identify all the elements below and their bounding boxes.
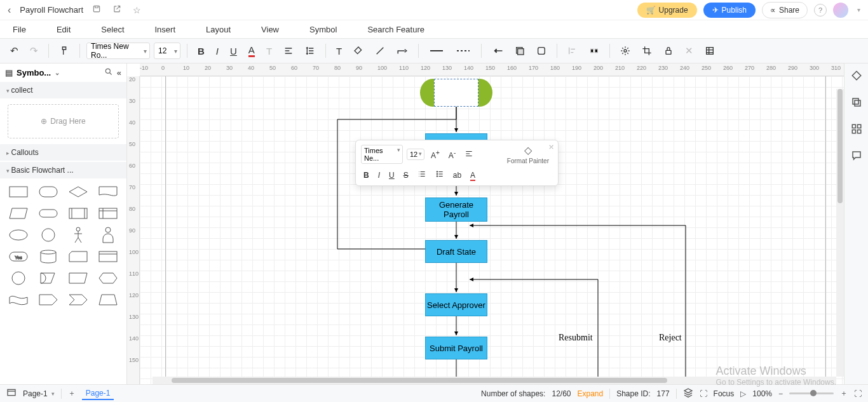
align-left-button[interactable] bbox=[564, 43, 581, 58]
shape-circle2[interactable] bbox=[5, 269, 31, 287]
line-weight-button[interactable] bbox=[425, 45, 448, 57]
menu-edit[interactable]: Edit bbox=[57, 25, 71, 34]
shape-trapezoid2[interactable] bbox=[95, 291, 121, 309]
menu-select[interactable]: Select bbox=[101, 25, 124, 34]
font-family-select[interactable]: Times New Ro... bbox=[86, 43, 150, 59]
text-case-button[interactable]: T bbox=[262, 43, 276, 59]
outline-icon[interactable] bbox=[6, 387, 17, 399]
star-icon[interactable]: ☆ bbox=[130, 5, 144, 15]
ctx-bold-icon[interactable]: B bbox=[361, 170, 372, 181]
page-area[interactable]: Generate Payroll Draft State Select Appr… bbox=[165, 76, 826, 384]
scrollbar-thumb[interactable] bbox=[837, 89, 843, 203]
expand-link[interactable]: Expand bbox=[577, 389, 603, 398]
collapse-panel-icon[interactable]: « bbox=[117, 68, 121, 77]
menu-search-feature[interactable]: Search Feature bbox=[367, 25, 424, 34]
shape-chevron[interactable] bbox=[65, 291, 92, 309]
ctx-bullet-list-icon[interactable] bbox=[433, 168, 447, 182]
properties-icon[interactable] bbox=[851, 70, 862, 84]
ctx-underline-icon[interactable]: U bbox=[386, 170, 397, 181]
ctx-strike-icon[interactable]: S bbox=[401, 170, 411, 181]
play-icon[interactable]: ▷ bbox=[740, 389, 746, 398]
open-external-icon[interactable] bbox=[110, 4, 124, 15]
fill-color-button[interactable] bbox=[349, 43, 367, 58]
shape-stadium[interactable] bbox=[35, 204, 61, 222]
upgrade-button[interactable]: 🛒 Upgrade bbox=[637, 3, 697, 18]
shape-rectangle[interactable] bbox=[5, 183, 31, 201]
components-icon[interactable] bbox=[851, 123, 862, 137]
align-button[interactable] bbox=[280, 43, 297, 58]
label-reject[interactable]: Reject bbox=[659, 333, 682, 343]
menu-insert[interactable]: Insert bbox=[155, 25, 176, 34]
shape-actor[interactable] bbox=[65, 226, 92, 244]
focus-target-icon[interactable]: ⛶ bbox=[700, 389, 707, 398]
save-icon[interactable] bbox=[90, 4, 104, 15]
ctx-increase-font-icon[interactable]: A+ bbox=[428, 148, 442, 161]
category-collect[interactable]: collect bbox=[0, 82, 126, 98]
zoom-out-icon[interactable]: − bbox=[778, 389, 783, 398]
shape-pentagon[interactable] bbox=[35, 291, 61, 309]
ctx-size-select[interactable]: 12 bbox=[407, 149, 424, 160]
drag-here-zone[interactable]: ⊕ Drag Here bbox=[8, 104, 119, 138]
share-button[interactable]: ∝ Share bbox=[762, 2, 808, 18]
shape-circle[interactable] bbox=[35, 226, 61, 244]
page-tab[interactable]: Page-1 bbox=[82, 387, 114, 400]
ctx-text-case-icon[interactable]: ab bbox=[451, 170, 464, 181]
undo-button[interactable]: ↶ bbox=[6, 43, 22, 59]
shape-trapezoid[interactable] bbox=[65, 269, 92, 287]
comments-icon[interactable] bbox=[851, 150, 862, 164]
back-icon[interactable]: ‹ bbox=[5, 4, 13, 16]
bold-button[interactable]: B bbox=[194, 43, 208, 59]
shape-rounded-rect[interactable] bbox=[35, 183, 61, 201]
shape-predefined[interactable] bbox=[65, 204, 92, 222]
text-tool-button[interactable]: T bbox=[332, 43, 346, 59]
auto-layout-button[interactable] bbox=[616, 43, 634, 58]
focus-label[interactable]: Focus bbox=[714, 389, 735, 398]
distribute-button[interactable] bbox=[585, 43, 603, 58]
menu-layout[interactable]: Layout bbox=[206, 25, 231, 34]
avatar[interactable] bbox=[833, 3, 848, 18]
search-symbol-icon[interactable] bbox=[104, 67, 113, 78]
shape-draft-state[interactable]: Draft State bbox=[425, 240, 487, 263]
font-color-button[interactable]: A bbox=[245, 42, 259, 60]
fullscreen-icon[interactable]: ⛶ bbox=[854, 389, 862, 398]
library-icon[interactable]: ▤ bbox=[5, 68, 13, 77]
shape-ellipse[interactable] bbox=[5, 226, 31, 244]
shape-hexagon[interactable] bbox=[95, 269, 121, 287]
category-basic-flowchart[interactable]: Basic Flowchart ... bbox=[0, 162, 126, 178]
shape-start[interactable] bbox=[425, 79, 487, 107]
ctx-format-painter[interactable]: ◇ Format Painter bbox=[503, 144, 553, 164]
zoom-slider[interactable] bbox=[789, 392, 834, 394]
scrollbar-thumb[interactable] bbox=[172, 378, 667, 383]
redo-button[interactable]: ↷ bbox=[26, 43, 42, 59]
page-select[interactable]: Page-1 ▾ bbox=[23, 389, 55, 398]
font-size-select[interactable]: 12 bbox=[154, 43, 180, 59]
shape-frame[interactable] bbox=[95, 248, 121, 265]
shape-parallelogram[interactable] bbox=[5, 204, 31, 222]
shape-select-approver[interactable]: Select Approver bbox=[425, 293, 487, 316]
line-color-button[interactable] bbox=[371, 43, 389, 58]
italic-button[interactable]: I bbox=[212, 43, 222, 59]
line-spacing-button[interactable] bbox=[301, 43, 319, 58]
shape-internal-storage[interactable] bbox=[95, 204, 121, 222]
shape-tape[interactable] bbox=[5, 291, 31, 309]
ctx-decrease-font-icon[interactable]: A- bbox=[446, 148, 458, 161]
table-button[interactable] bbox=[701, 43, 719, 58]
connector-style-button[interactable] bbox=[393, 44, 412, 58]
help-icon[interactable]: ? bbox=[814, 4, 827, 17]
ctx-align-icon[interactable] bbox=[462, 148, 476, 161]
vertical-scrollbar[interactable] bbox=[836, 89, 844, 377]
category-callouts[interactable]: Callouts bbox=[0, 144, 126, 161]
tools-button[interactable]: ✕ bbox=[681, 43, 697, 59]
menu-file[interactable]: File bbox=[13, 25, 26, 34]
add-page-icon[interactable]: ＋ bbox=[68, 388, 76, 399]
format-painter-button[interactable] bbox=[55, 43, 73, 58]
shape-diamond[interactable] bbox=[65, 183, 92, 201]
shape-cylinder[interactable] bbox=[35, 248, 61, 265]
horizontal-scrollbar[interactable] bbox=[153, 377, 836, 384]
layers-status-icon[interactable] bbox=[683, 387, 693, 399]
underline-button[interactable]: U bbox=[226, 43, 241, 59]
lock-button[interactable] bbox=[660, 43, 677, 58]
line-dash-button[interactable] bbox=[452, 45, 475, 57]
corners-button[interactable] bbox=[532, 43, 550, 58]
shape-cone[interactable] bbox=[35, 269, 61, 287]
